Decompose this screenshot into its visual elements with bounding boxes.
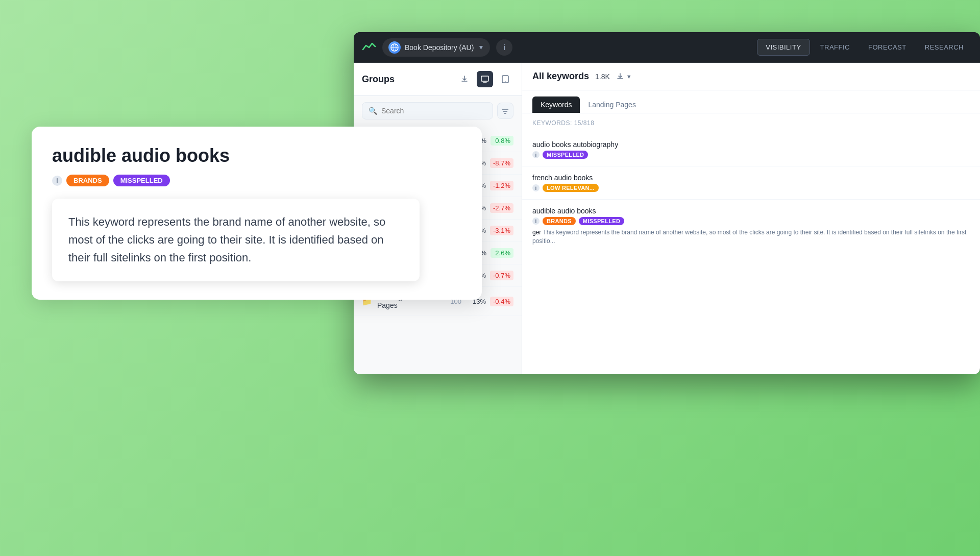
tab-landing-pages[interactable]: Landing Pages bbox=[580, 96, 644, 113]
site-selector[interactable]: Book Depository (AU) ▼ bbox=[382, 38, 490, 57]
desktop-view-btn[interactable] bbox=[477, 71, 493, 87]
card-tags: i BRANDS MISSPELLED bbox=[52, 175, 461, 186]
card-info-icon: i bbox=[52, 176, 62, 186]
top-nav: Book Depository (AU) ▼ i VISIBILITY TRAF… bbox=[354, 32, 980, 63]
kw-name: audible audio books bbox=[532, 207, 970, 215]
kw-item-autobiography[interactable]: audio books autobiography i MISSPELLED bbox=[522, 133, 980, 166]
nav-logo bbox=[362, 40, 376, 55]
search-row: 🔍 bbox=[354, 96, 522, 126]
keywords-list: audio books autobiography i MISSPELLED f… bbox=[522, 133, 980, 374]
tab-traffic[interactable]: TRAFFIC bbox=[812, 39, 858, 55]
tooltip-text: This keyword represents the brand name o… bbox=[68, 215, 385, 264]
card-tooltip: This keyword represents the brand name o… bbox=[52, 199, 420, 281]
keywords-count: 1.8K bbox=[595, 72, 610, 81]
group-change: 0.8% bbox=[491, 136, 513, 146]
group-change: -3.1% bbox=[490, 226, 513, 235]
tag-misspelled: MISSPELLED bbox=[579, 217, 624, 225]
filter-btn[interactable] bbox=[497, 103, 513, 119]
search-input[interactable] bbox=[381, 107, 486, 115]
meta-label: KEYWORDS: bbox=[532, 119, 572, 127]
tooltip-text: This keyword represents the brand name o… bbox=[532, 229, 966, 245]
meta-value: 15/818 bbox=[574, 119, 595, 127]
kw-info-icon: i bbox=[532, 184, 540, 191]
tab-forecast[interactable]: FORECAST bbox=[860, 39, 915, 55]
kw-info-icon: i bbox=[532, 217, 540, 225]
keywords-title: All keywords bbox=[532, 71, 589, 82]
nav-tabs: VISIBILITY TRAFFIC FORECAST RESEARCH bbox=[757, 39, 972, 56]
group-change: -1.2% bbox=[490, 181, 513, 190]
keywords-meta: KEYWORDS: 15/818 bbox=[522, 113, 980, 133]
floating-card: audible audio books i BRANDS MISSPELLED … bbox=[32, 127, 482, 300]
kw-name: audio books autobiography bbox=[532, 140, 970, 149]
kw-tags: i BRANDS MISSPELLED bbox=[532, 217, 970, 225]
kw-tags: i MISSPELLED bbox=[532, 151, 970, 159]
groups-title: Groups bbox=[362, 74, 395, 85]
tab-visibility[interactable]: VISIBILITY bbox=[757, 39, 810, 56]
export-btn[interactable]: ▼ bbox=[616, 72, 632, 81]
group-change: -0.7% bbox=[490, 271, 513, 280]
group-change: -0.4% bbox=[490, 297, 513, 306]
kw-item-french[interactable]: french audio books i LOW RELEVAN... bbox=[522, 166, 980, 200]
keywords-header: All keywords 1.8K ▼ bbox=[522, 63, 980, 90]
tag-misspelled: MISSPELLED bbox=[543, 151, 588, 159]
tabs-row: Keywords Landing Pages bbox=[522, 90, 980, 113]
groups-header: Groups bbox=[354, 63, 522, 96]
group-change: 2.6% bbox=[491, 248, 513, 258]
kw-tags: i LOW RELEVAN... bbox=[532, 184, 970, 192]
card-tag-brands: BRANDS bbox=[66, 175, 109, 186]
group-change: -2.7% bbox=[490, 203, 513, 213]
dropdown-icon: ▼ bbox=[478, 44, 484, 51]
kw-tooltip: ger This keyword represents the brand na… bbox=[532, 228, 970, 246]
site-name: Book Depository (AU) bbox=[405, 43, 474, 52]
tag-brands: BRANDS bbox=[543, 217, 576, 225]
tag-low-relevance: LOW RELEVAN... bbox=[543, 184, 599, 192]
card-title: audible audio books bbox=[52, 145, 461, 166]
tooltip-prefix: ger bbox=[532, 229, 541, 236]
search-icon: 🔍 bbox=[369, 107, 377, 115]
export-dropdown-icon: ▼ bbox=[626, 74, 632, 80]
download-btn[interactable] bbox=[456, 71, 473, 87]
kw-name: french audio books bbox=[532, 174, 970, 182]
svg-point-6 bbox=[505, 81, 506, 82]
search-box[interactable]: 🔍 bbox=[362, 102, 493, 119]
kw-item-audible[interactable]: audible audio books i BRANDS MISSPELLED … bbox=[522, 200, 980, 253]
groups-actions bbox=[456, 71, 513, 87]
tab-keywords[interactable]: Keywords bbox=[532, 96, 580, 113]
keywords-panel: All keywords 1.8K ▼ Keywords Landing Pag… bbox=[522, 63, 980, 374]
kw-info-icon: i bbox=[532, 151, 540, 158]
card-tag-misspelled: MISSPELLED bbox=[113, 175, 170, 186]
logo-icon bbox=[362, 40, 376, 55]
mobile-view-btn[interactable] bbox=[497, 71, 513, 87]
site-globe-icon bbox=[388, 41, 401, 54]
tab-research[interactable]: RESEARCH bbox=[917, 39, 972, 55]
group-change: -8.7% bbox=[490, 158, 513, 168]
info-icon-btn[interactable]: i bbox=[496, 39, 512, 56]
svg-rect-3 bbox=[481, 76, 488, 81]
